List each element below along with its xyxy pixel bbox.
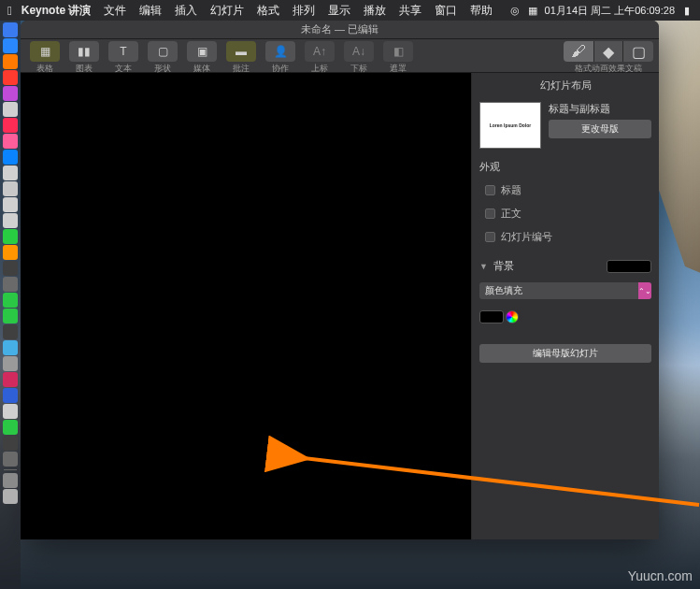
menubar-datetime[interactable]: 01月14日 周二 上午06:09:28 <box>545 4 675 18</box>
select-stepper-icon: ⌃⌄ <box>638 282 651 299</box>
checkbox-title[interactable] <box>485 185 495 195</box>
toolbar-subscript[interactable]: A↓下标 <box>340 41 378 75</box>
toolbar-text[interactable]: T文本 <box>105 41 142 75</box>
toolbar-table[interactable]: ▦表格 <box>26 41 64 75</box>
dock-app-5[interactable] <box>3 102 18 117</box>
change-master-button[interactable]: 更改母版 <box>549 120 651 138</box>
dock-separator <box>4 469 17 470</box>
menu-help[interactable]: 帮助 <box>470 3 493 19</box>
toolbar-media[interactable]: ▣媒体 <box>183 41 221 75</box>
app-menu[interactable]: Keynote 讲演 <box>21 3 92 19</box>
fill-type-select[interactable]: 颜色填充 ⌃⌄ <box>479 282 651 299</box>
menu-arrange[interactable]: 排列 <box>293 3 315 19</box>
toolbar-shape[interactable]: ▢形状 <box>144 41 181 75</box>
dock-app-17[interactable] <box>3 293 18 308</box>
shape-icon: ▢ <box>148 41 178 62</box>
dock-app-15[interactable] <box>3 261 18 276</box>
menu-file[interactable]: 文件 <box>104 3 126 19</box>
keynote-window: 未命名 — 已编辑 ▦表格 ▮▮图表 T文本 ▢形状 ▣媒体 ▬批注 👤协作 A… <box>21 21 659 539</box>
dock-app-9[interactable] <box>3 165 18 180</box>
menu-window[interactable]: 窗口 <box>435 3 457 19</box>
dock-app-7[interactable] <box>3 134 18 149</box>
dock-app-16[interactable] <box>3 277 18 292</box>
calendar-icon[interactable]: ▦ <box>527 5 539 17</box>
menubar:  Keynote 讲演 文件 编辑 插入 幻灯片 格式 排列 显示 播放 共享… <box>0 0 700 21</box>
disclosure-icon[interactable]: ▼ <box>479 262 488 271</box>
dock-app-3[interactable] <box>3 70 18 85</box>
check-body-row[interactable]: 正文 <box>485 207 651 221</box>
dock-app-1[interactable] <box>3 38 18 53</box>
menu-edit[interactable]: 编辑 <box>139 3 162 19</box>
inspector-format-tab[interactable]: 🖌 <box>564 41 593 62</box>
toolbar-collab[interactable]: 👤协作 <box>262 41 299 75</box>
dock-app-14[interactable] <box>3 245 18 260</box>
dock-app-4[interactable] <box>3 86 18 101</box>
window-content: 幻灯片布局 Loren Ipsum Dolor 标题与副标题 更改母版 外观 标… <box>21 73 659 539</box>
dock-app-27[interactable] <box>3 452 18 467</box>
layout-thumbnail[interactable]: Loren Ipsum Dolor <box>479 102 541 149</box>
inspector-animate-tab[interactable]: ◆ <box>593 41 623 62</box>
dock-app-29[interactable] <box>3 489 18 504</box>
location-icon[interactable]: ◎ <box>509 5 521 17</box>
dock-app-12[interactable] <box>3 213 18 228</box>
toolbar-comment[interactable]: ▬批注 <box>222 41 260 75</box>
inspector-document-tab[interactable]: ▢ <box>623 41 653 62</box>
toolbar: ▦表格 ▮▮图表 T文本 ▢形状 ▣媒体 ▬批注 👤协作 A↑上标 A↓下标 ◧… <box>21 39 659 73</box>
dock-app-22[interactable] <box>3 372 18 387</box>
dock-app-2[interactable] <box>3 54 18 69</box>
background-color-well[interactable] <box>607 260 651 273</box>
toolbar-superscript[interactable]: A↑上标 <box>301 41 338 75</box>
check-title-row[interactable]: 标题 <box>485 183 651 197</box>
menu-slide[interactable]: 幻灯片 <box>210 3 244 19</box>
checkbox-body[interactable] <box>485 208 495 219</box>
window-titlebar[interactable]: 未命名 — 已编辑 <box>21 21 659 39</box>
siri-icon[interactable]: ▮ <box>680 5 693 17</box>
dock <box>0 21 21 589</box>
dock-app-18[interactable] <box>3 309 18 323</box>
toolbar-mask[interactable]: ◧遮罩 <box>379 41 417 75</box>
dock-app-26[interactable] <box>3 436 18 451</box>
menu-insert[interactable]: 插入 <box>175 3 197 19</box>
dock-app-10[interactable] <box>3 181 18 196</box>
menu-share[interactable]: 共享 <box>399 3 421 19</box>
format-icon: 🖌 <box>571 43 586 60</box>
color-wheel-icon[interactable] <box>506 310 519 323</box>
dock-app-11[interactable] <box>3 197 18 212</box>
inspector-header: 幻灯片布局 <box>479 79 651 93</box>
mask-icon: ◧ <box>383 41 413 62</box>
fill-color-swatch[interactable] <box>479 310 504 323</box>
apple-menu-icon[interactable]:  <box>7 4 12 18</box>
dock-app-8[interactable] <box>3 150 18 165</box>
dock-app-21[interactable] <box>3 356 18 371</box>
dock-app-20[interactable] <box>3 340 18 355</box>
inspector-panel: 幻灯片布局 Loren Ipsum Dolor 标题与副标题 更改母版 外观 标… <box>472 73 659 539</box>
dock-app-6[interactable] <box>3 118 18 133</box>
dock-app-0[interactable] <box>3 22 18 37</box>
menu-play[interactable]: 播放 <box>364 3 386 19</box>
media-icon: ▣ <box>187 41 217 62</box>
menu-view[interactable]: 显示 <box>328 3 350 19</box>
chart-icon: ▮▮ <box>69 41 99 62</box>
animate-icon: ◆ <box>603 43 614 61</box>
dock-app-24[interactable] <box>3 404 18 419</box>
window-title: 未命名 — 已编辑 <box>301 22 379 36</box>
checkbox-number[interactable] <box>485 232 495 242</box>
watermark: Yuucn.com <box>628 568 693 583</box>
slide-canvas[interactable] <box>21 73 472 539</box>
dock-app-13[interactable] <box>3 229 18 244</box>
dock-app-25[interactable] <box>3 420 18 435</box>
subscript-icon: A↓ <box>344 41 374 62</box>
toolbar-chart[interactable]: ▮▮图表 <box>65 41 103 75</box>
layout-name-label: 标题与副标题 <box>549 102 651 116</box>
edit-master-button[interactable]: 编辑母版幻灯片 <box>479 344 651 363</box>
check-number-row[interactable]: 幻灯片编号 <box>485 230 651 244</box>
collab-icon: 👤 <box>265 41 295 62</box>
dock-app-28[interactable] <box>3 473 18 488</box>
text-icon: T <box>108 41 138 62</box>
dock-app-23[interactable] <box>3 388 18 403</box>
menu-format[interactable]: 格式 <box>257 3 279 19</box>
background-label: 背景 <box>493 259 514 273</box>
appearance-label: 外观 <box>479 160 651 174</box>
dock-app-19[interactable] <box>3 324 18 339</box>
superscript-icon: A↑ <box>305 41 335 62</box>
